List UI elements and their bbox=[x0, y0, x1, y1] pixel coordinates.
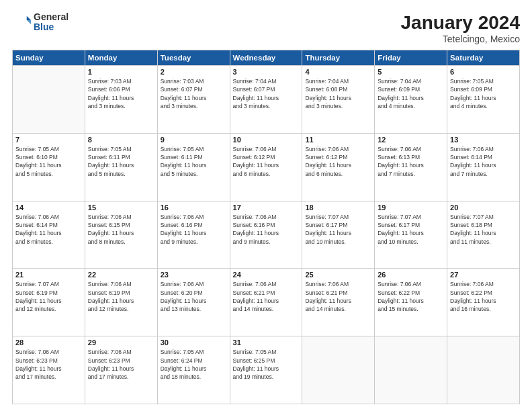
calendar-cell: 14Sunrise: 7:06 AM Sunset: 6:14 PM Dayli… bbox=[13, 201, 85, 269]
calendar-cell: 1Sunrise: 7:03 AM Sunset: 6:06 PM Daylig… bbox=[85, 66, 157, 134]
day-number: 17 bbox=[233, 203, 300, 212]
calendar-cell: 23Sunrise: 7:06 AM Sunset: 6:20 PM Dayli… bbox=[157, 269, 230, 336]
logo-text: General Blue bbox=[34, 12, 69, 33]
day-number: 7 bbox=[15, 136, 82, 144]
day-info: Sunrise: 7:07 AM Sunset: 6:17 PM Dayligh… bbox=[305, 213, 371, 246]
day-info: Sunrise: 7:05 AM Sunset: 6:09 PM Dayligh… bbox=[450, 77, 517, 110]
day-info: Sunrise: 7:06 AM Sunset: 6:22 PM Dayligh… bbox=[450, 280, 517, 313]
day-number: 3 bbox=[233, 68, 300, 76]
calendar-cell: 15Sunrise: 7:06 AM Sunset: 6:15 PM Dayli… bbox=[85, 201, 157, 269]
day-number: 29 bbox=[88, 338, 154, 347]
day-info: Sunrise: 7:05 AM Sunset: 6:11 PM Dayligh… bbox=[88, 145, 154, 178]
day-info: Sunrise: 7:06 AM Sunset: 6:20 PM Dayligh… bbox=[161, 280, 227, 313]
logo: General Blue bbox=[12, 12, 69, 33]
day-header-tuesday: Tuesday bbox=[157, 50, 230, 66]
day-number: 12 bbox=[378, 136, 444, 144]
calendar-cell: 17Sunrise: 7:06 AM Sunset: 6:16 PM Dayli… bbox=[230, 201, 302, 269]
day-info: Sunrise: 7:06 AM Sunset: 6:19 PM Dayligh… bbox=[88, 280, 154, 313]
day-number: 10 bbox=[233, 136, 300, 144]
day-number: 9 bbox=[161, 136, 227, 144]
day-info: Sunrise: 7:06 AM Sunset: 6:23 PM Dayligh… bbox=[88, 348, 154, 381]
calendar-cell bbox=[447, 336, 520, 404]
day-number: 20 bbox=[450, 203, 517, 212]
day-number: 1 bbox=[88, 68, 154, 76]
calendar-week-4: 21Sunrise: 7:07 AM Sunset: 6:19 PM Dayli… bbox=[13, 269, 520, 336]
day-info: Sunrise: 7:05 AM Sunset: 6:24 PM Dayligh… bbox=[161, 348, 227, 381]
day-number: 2 bbox=[161, 68, 227, 76]
day-number: 18 bbox=[305, 203, 371, 212]
day-info: Sunrise: 7:06 AM Sunset: 6:16 PM Dayligh… bbox=[161, 213, 227, 246]
day-info: Sunrise: 7:07 AM Sunset: 6:17 PM Dayligh… bbox=[378, 213, 444, 246]
day-number: 13 bbox=[450, 136, 517, 144]
calendar-cell bbox=[302, 336, 375, 404]
svg-marker-1 bbox=[27, 20, 31, 24]
day-number: 19 bbox=[378, 203, 444, 212]
calendar-week-1: 1Sunrise: 7:03 AM Sunset: 6:06 PM Daylig… bbox=[13, 66, 520, 134]
calendar-cell: 24Sunrise: 7:06 AM Sunset: 6:21 PM Dayli… bbox=[230, 269, 302, 336]
day-header-friday: Friday bbox=[375, 50, 447, 66]
calendar-title: January 2024 bbox=[401, 12, 520, 34]
header: General Blue January 2024 Tetelcingo, Me… bbox=[12, 12, 520, 44]
day-info: Sunrise: 7:06 AM Sunset: 6:21 PM Dayligh… bbox=[305, 280, 371, 313]
logo-blue-text: Blue bbox=[34, 22, 69, 32]
day-info: Sunrise: 7:07 AM Sunset: 6:19 PM Dayligh… bbox=[15, 280, 82, 313]
day-info: Sunrise: 7:03 AM Sunset: 6:07 PM Dayligh… bbox=[161, 77, 227, 110]
calendar-header-row: SundayMondayTuesdayWednesdayThursdayFrid… bbox=[13, 50, 520, 66]
day-number: 31 bbox=[233, 338, 300, 347]
title-block: January 2024 Tetelcingo, Mexico bbox=[401, 12, 520, 44]
calendar-cell: 13Sunrise: 7:06 AM Sunset: 6:14 PM Dayli… bbox=[447, 133, 520, 201]
calendar-cell: 26Sunrise: 7:06 AM Sunset: 6:22 PM Dayli… bbox=[375, 269, 447, 336]
calendar-cell: 27Sunrise: 7:06 AM Sunset: 6:22 PM Dayli… bbox=[447, 269, 520, 336]
day-number: 8 bbox=[88, 136, 154, 144]
day-number: 25 bbox=[305, 271, 371, 279]
day-info: Sunrise: 7:06 AM Sunset: 6:23 PM Dayligh… bbox=[15, 348, 82, 381]
day-info: Sunrise: 7:06 AM Sunset: 6:13 PM Dayligh… bbox=[378, 145, 444, 178]
calendar-cell: 4Sunrise: 7:04 AM Sunset: 6:08 PM Daylig… bbox=[302, 66, 375, 134]
day-info: Sunrise: 7:06 AM Sunset: 6:14 PM Dayligh… bbox=[15, 213, 82, 246]
calendar-subtitle: Tetelcingo, Mexico bbox=[401, 34, 520, 44]
day-number: 30 bbox=[161, 338, 227, 347]
calendar-cell: 20Sunrise: 7:07 AM Sunset: 6:18 PM Dayli… bbox=[447, 201, 520, 269]
day-info: Sunrise: 7:04 AM Sunset: 6:09 PM Dayligh… bbox=[378, 77, 444, 110]
day-number: 22 bbox=[88, 271, 154, 279]
day-number: 28 bbox=[15, 338, 82, 347]
calendar-cell bbox=[375, 336, 447, 404]
day-info: Sunrise: 7:04 AM Sunset: 6:08 PM Dayligh… bbox=[305, 77, 371, 110]
day-number: 15 bbox=[88, 203, 154, 212]
day-info: Sunrise: 7:06 AM Sunset: 6:12 PM Dayligh… bbox=[305, 145, 371, 178]
calendar-cell: 6Sunrise: 7:05 AM Sunset: 6:09 PM Daylig… bbox=[447, 66, 520, 134]
day-number: 11 bbox=[305, 136, 371, 144]
calendar-cell: 19Sunrise: 7:07 AM Sunset: 6:17 PM Dayli… bbox=[375, 201, 447, 269]
day-number: 16 bbox=[161, 203, 227, 212]
day-info: Sunrise: 7:05 AM Sunset: 6:11 PM Dayligh… bbox=[161, 145, 227, 178]
calendar-cell: 18Sunrise: 7:07 AM Sunset: 6:17 PM Dayli… bbox=[302, 201, 375, 269]
calendar-cell: 3Sunrise: 7:04 AM Sunset: 6:07 PM Daylig… bbox=[230, 66, 302, 134]
page: General Blue January 2024 Tetelcingo, Me… bbox=[0, 0, 532, 411]
day-header-sunday: Sunday bbox=[13, 50, 85, 66]
calendar-week-3: 14Sunrise: 7:06 AM Sunset: 6:14 PM Dayli… bbox=[13, 201, 520, 269]
calendar-cell: 30Sunrise: 7:05 AM Sunset: 6:24 PM Dayli… bbox=[157, 336, 230, 404]
day-number: 23 bbox=[161, 271, 227, 279]
day-header-monday: Monday bbox=[85, 50, 157, 66]
calendar-cell: 16Sunrise: 7:06 AM Sunset: 6:16 PM Dayli… bbox=[157, 201, 230, 269]
calendar-table: SundayMondayTuesdayWednesdayThursdayFrid… bbox=[12, 50, 520, 404]
calendar-week-5: 28Sunrise: 7:06 AM Sunset: 6:23 PM Dayli… bbox=[13, 336, 520, 404]
calendar-cell: 5Sunrise: 7:04 AM Sunset: 6:09 PM Daylig… bbox=[375, 66, 447, 134]
day-info: Sunrise: 7:05 AM Sunset: 6:10 PM Dayligh… bbox=[15, 145, 82, 178]
day-number: 21 bbox=[15, 271, 82, 279]
calendar-cell: 21Sunrise: 7:07 AM Sunset: 6:19 PM Dayli… bbox=[13, 269, 85, 336]
calendar-cell: 31Sunrise: 7:05 AM Sunset: 6:25 PM Dayli… bbox=[230, 336, 302, 404]
logo-general-text: General bbox=[34, 12, 69, 22]
day-info: Sunrise: 7:04 AM Sunset: 6:07 PM Dayligh… bbox=[233, 77, 300, 110]
day-info: Sunrise: 7:07 AM Sunset: 6:18 PM Dayligh… bbox=[450, 213, 517, 246]
calendar-cell: 11Sunrise: 7:06 AM Sunset: 6:12 PM Dayli… bbox=[302, 133, 375, 201]
calendar-cell: 22Sunrise: 7:06 AM Sunset: 6:19 PM Dayli… bbox=[85, 269, 157, 336]
day-info: Sunrise: 7:06 AM Sunset: 6:15 PM Dayligh… bbox=[88, 213, 154, 246]
day-info: Sunrise: 7:06 AM Sunset: 6:14 PM Dayligh… bbox=[450, 145, 517, 178]
day-number: 5 bbox=[378, 68, 444, 76]
day-info: Sunrise: 7:06 AM Sunset: 6:16 PM Dayligh… bbox=[233, 213, 300, 246]
day-info: Sunrise: 7:06 AM Sunset: 6:21 PM Dayligh… bbox=[233, 280, 300, 313]
day-header-wednesday: Wednesday bbox=[230, 50, 302, 66]
day-number: 6 bbox=[450, 68, 517, 76]
calendar-cell: 8Sunrise: 7:05 AM Sunset: 6:11 PM Daylig… bbox=[85, 133, 157, 201]
